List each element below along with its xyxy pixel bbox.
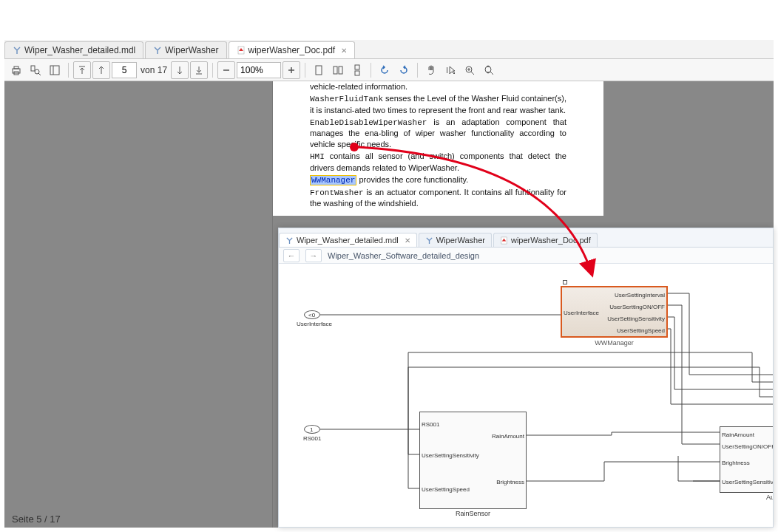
toolbar-divider <box>371 63 371 78</box>
rotate-right-button[interactable] <box>395 61 413 79</box>
page-of-label: von 17 <box>138 65 169 75</box>
toolbar-divider <box>68 63 69 78</box>
last-page-button[interactable] <box>190 61 208 79</box>
fit-page-button[interactable] <box>310 61 328 79</box>
svg-text:I: I <box>446 66 448 75</box>
svg-rect-15 <box>334 66 337 74</box>
zoom-input[interactable] <box>237 62 281 78</box>
pdf-tab-bar: Wiper_Washer_detailed.mdl WiperWasher wi… <box>4 40 774 59</box>
model-icon <box>425 236 433 245</box>
nav-back-button[interactable]: ← <box>283 249 300 262</box>
wwmanager-link[interactable]: WWManager <box>310 175 356 185</box>
tab-label: WiperWasher <box>165 45 218 55</box>
tab-label: wiperWasher_Doc.pdf <box>248 45 336 55</box>
svg-line-21 <box>471 72 474 75</box>
pdf-icon <box>500 236 508 245</box>
facing-pages-button[interactable] <box>329 61 347 79</box>
pdf-icon <box>237 46 246 55</box>
continuous-button[interactable] <box>348 61 366 79</box>
breadcrumb-path[interactable]: Wiper_Washer_Software_detailed_design <box>328 251 479 260</box>
signal-wires <box>279 264 773 527</box>
model-icon <box>13 46 21 55</box>
pdf-toolbar: von 17 I <box>4 59 774 81</box>
next-page-button[interactable] <box>171 61 189 79</box>
close-icon[interactable]: ✕ <box>405 236 410 245</box>
tab-wiper-washer-detailed[interactable]: Wiper_Washer_detailed.mdl <box>4 41 143 58</box>
svg-rect-18 <box>355 71 359 75</box>
thumbnail-panel[interactable] <box>4 81 273 528</box>
rotate-left-button[interactable] <box>376 61 393 79</box>
tab-label: wiperWasher_Doc.pdf <box>511 236 591 245</box>
tab-label: WiperWasher <box>436 236 485 245</box>
model-icon <box>285 236 294 245</box>
first-page-button[interactable] <box>73 61 91 79</box>
model-canvas[interactable]: <0 UserInterface UserInterface UserSetti… <box>279 264 773 527</box>
svg-rect-2 <box>14 66 18 69</box>
model-breadcrumb: ← → Wiper_Washer_Software_detailed_desig… <box>279 248 773 264</box>
svg-rect-16 <box>339 66 342 74</box>
zoom-out-button[interactable] <box>217 61 235 79</box>
tab-model-wiperwasher[interactable]: WiperWasher <box>419 233 492 247</box>
svg-rect-14 <box>316 66 322 75</box>
svg-rect-4 <box>31 66 35 71</box>
search-button[interactable] <box>27 61 44 79</box>
svg-line-6 <box>38 73 41 75</box>
tab-wiperwasher-doc-pdf[interactable]: wiperWasher_Doc.pdf ✕ <box>229 41 356 58</box>
tab-model-detailed[interactable]: Wiper_Washer_detailed.mdl ✕ <box>279 233 417 247</box>
print-button[interactable] <box>7 61 25 79</box>
sidebar-toggle-button[interactable] <box>46 61 64 79</box>
svg-point-24 <box>485 66 491 72</box>
page-status-label: Seite 5 / 17 <box>12 514 61 525</box>
svg-rect-7 <box>50 66 59 75</box>
page-number-input[interactable] <box>112 62 137 78</box>
toolbar-divider <box>212 63 213 78</box>
close-icon[interactable]: ✕ <box>341 47 347 55</box>
prev-page-button[interactable] <box>92 61 110 79</box>
toolbar-divider <box>417 63 418 78</box>
tab-label: Wiper_Washer_detailed.mdl <box>297 236 399 245</box>
pdf-page-content: vehicle-related information. WasherFluid… <box>273 81 603 216</box>
model-icon <box>153 46 162 55</box>
svg-rect-17 <box>355 65 359 69</box>
tab-model-doc-pdf[interactable]: wiperWasher_Doc.pdf <box>493 233 598 247</box>
tab-wiperwasher[interactable]: WiperWasher <box>145 41 226 58</box>
model-tab-bar: Wiper_Washer_detailed.mdl ✕ WiperWasher … <box>279 228 773 248</box>
marquee-zoom-button[interactable] <box>461 61 478 79</box>
svg-line-25 <box>490 72 493 75</box>
tab-label: Wiper_Washer_detailed.mdl <box>24 45 135 55</box>
dynamic-zoom-button[interactable] <box>480 61 498 79</box>
hand-tool-button[interactable] <box>422 61 440 79</box>
simulink-window: Wiper_Washer_detailed.mdl ✕ WiperWasher … <box>278 228 774 528</box>
nav-forward-button[interactable]: → <box>305 249 322 262</box>
zoom-in-button[interactable] <box>283 61 300 79</box>
toolbar-divider <box>305 63 305 78</box>
select-tool-button[interactable]: I <box>442 61 459 79</box>
